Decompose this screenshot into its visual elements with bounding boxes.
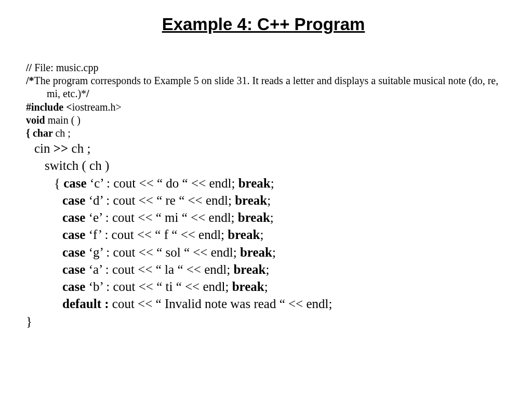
- text-segment: ;: [272, 245, 276, 259]
- code-line-02: /*The program corresponds to Example 5 o…: [26, 74, 501, 100]
- bold-segment: case: [62, 262, 85, 276]
- bold-segment: //: [26, 62, 34, 73]
- bold-segment: /: [86, 88, 89, 99]
- text-segment: ;: [267, 193, 271, 207]
- text-segment: ‘d’ : cout << “ re “ << endl;: [85, 193, 235, 207]
- text-segment: cin: [34, 141, 54, 155]
- bold-segment: case: [62, 245, 85, 259]
- bold-segment: break: [228, 228, 260, 242]
- text-segment: ch ;: [55, 127, 70, 139]
- text-segment: ;: [260, 228, 263, 242]
- text-segment: cout << “ Invalid note was read “ << end…: [109, 297, 332, 311]
- text-segment: ‘e’ : cout << “ mi “ << endl;: [85, 210, 237, 224]
- bold-segment: { char: [26, 127, 55, 139]
- text-segment: {: [54, 176, 63, 190]
- bold-segment: /*: [26, 75, 34, 86]
- bold-segment: break: [233, 262, 265, 276]
- bold-segment: break: [238, 176, 271, 190]
- text-segment: ‘f’ : cout << “ f “ << endl;: [85, 228, 228, 242]
- text-segment: ‘c’ : cout << “ do “ << endl;: [87, 176, 238, 190]
- code-line-10: case ‘e’ : cout << “ mi “ << endl; break…: [26, 209, 501, 226]
- code-line-04: void main ( ): [26, 114, 501, 127]
- text-segment: ;: [265, 262, 269, 276]
- bold-segment: break: [238, 210, 270, 224]
- text-segment: iostream.h>: [72, 101, 122, 113]
- code-line-14: case ‘b’ : cout << “ ti “ << endl; break…: [26, 278, 501, 295]
- bold-segment: case: [62, 193, 85, 207]
- text-segment: ;: [264, 280, 268, 294]
- bold-segment: break: [232, 280, 264, 294]
- code-line-09: case ‘d’ : cout << “ re “ << endl; break…: [26, 192, 501, 209]
- text-segment: main ( ): [48, 114, 81, 126]
- bold-segment: void: [26, 114, 48, 126]
- bold-segment: break: [235, 193, 267, 207]
- bold-segment: break: [240, 245, 272, 259]
- code-line-08: { case ‘c’ : cout << “ do “ << endl; bre…: [26, 175, 501, 192]
- text-segment: ‘a’ : cout << “ la “ << endl;: [85, 262, 233, 276]
- bold-segment: #include <: [26, 101, 72, 113]
- bold-segment: case: [62, 280, 85, 294]
- code-line-01: // File: music.cpp: [26, 61, 501, 74]
- text-segment: File: music.cpp: [34, 62, 98, 73]
- code-line-12: case ‘g’ : cout << “ sol “ << endl; brea…: [26, 244, 501, 261]
- text-segment: ;: [270, 210, 274, 224]
- code-line-05: { char ch ;: [26, 127, 501, 140]
- code-line-03: #include <iostream.h>: [26, 101, 501, 114]
- code-line-15: default : cout << “ Invalid note was rea…: [26, 295, 501, 312]
- code-line-13: case ‘a’ : cout << “ la “ << endl; break…: [26, 261, 501, 278]
- text-segment: ;: [271, 176, 274, 190]
- slide-title: Example 4: C++ Program: [26, 15, 501, 34]
- text-segment: ‘g’ : cout << “ sol “ << endl;: [85, 245, 240, 259]
- text-segment: ‘b’ : cout << “ ti “ << endl;: [85, 280, 232, 294]
- bold-segment: case: [62, 228, 85, 242]
- text-segment: ch ;: [72, 141, 91, 155]
- bold-segment: case: [62, 210, 85, 224]
- code-line-11: case ‘f’ : cout << “ f “ << endl; break;: [26, 226, 501, 243]
- code-line-06: cin >> ch ;: [26, 140, 501, 157]
- bold-segment: case: [63, 176, 86, 190]
- code-line-07: switch ( ch ): [26, 157, 501, 174]
- bold-segment: default :: [62, 297, 109, 311]
- bold-segment: >>: [54, 141, 72, 155]
- code-line-16: }: [26, 313, 501, 330]
- text-segment: The program corresponds to Example 5 on …: [34, 75, 499, 99]
